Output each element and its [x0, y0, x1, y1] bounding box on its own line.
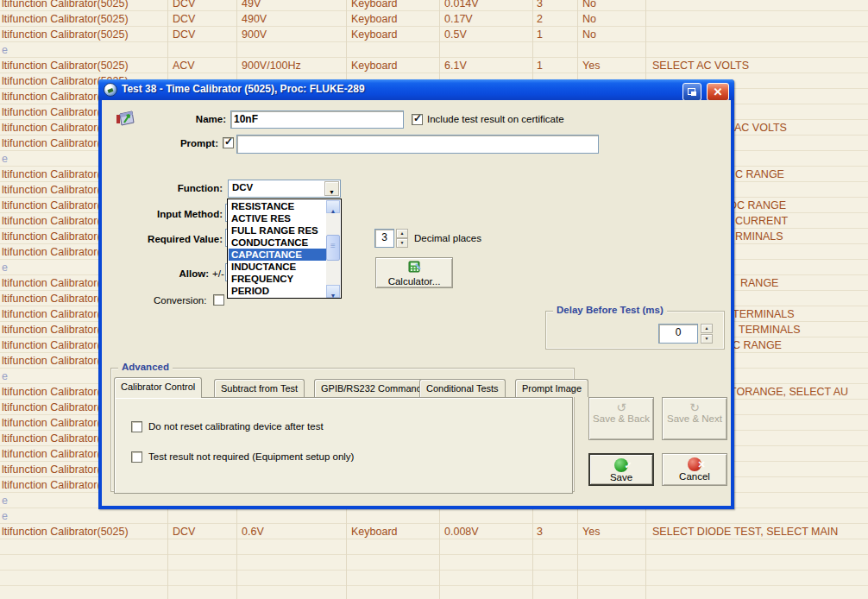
note-fragment: TERMINALS — [739, 322, 801, 337]
table-cell: 0.014V — [444, 0, 531, 11]
close-button[interactable]: ✕ — [707, 83, 729, 101]
note-fragment: C RANGE — [735, 167, 784, 182]
table-cell: 0.6V — [242, 524, 349, 539]
table-cell: 3 — [537, 524, 576, 539]
decimal-down-button[interactable]: ▼ — [396, 238, 408, 248]
arrow-up-icon: ▲ — [397, 230, 407, 237]
calculator-button[interactable]: Calculator... — [375, 257, 453, 288]
table-row[interactable]: ltifunction Calibrator(5025)DCV49VKeyboa… — [0, 0, 868, 11]
conversion-checkbox[interactable] — [213, 294, 224, 306]
tab-calibrator-control[interactable]: Calibrator Control — [114, 377, 202, 398]
dropdown-item-inductance[interactable]: INDUCTANCE — [229, 261, 327, 273]
prompt-label: Prompt: — [167, 138, 218, 148]
table-cell: No — [582, 11, 643, 27]
save-and-back-button[interactable]: ↺ Save & Back — [588, 397, 654, 440]
no-result-required-checkbox[interactable] — [131, 451, 142, 463]
note-fragment: TORANGE, SELECT AU — [730, 384, 848, 400]
function-dropdown-list[interactable]: RESISTANCEACTIVE RESFULL RANGE RESCONDUC… — [227, 199, 342, 299]
arrow-down-icon: ▼ — [701, 335, 712, 343]
allow-suffix: +/- — [212, 268, 224, 279]
delay-down-button[interactable]: ▼ — [701, 334, 713, 344]
save-and-next-button[interactable]: ↻ Save & Next — [662, 397, 727, 440]
test-item-icon — [115, 107, 137, 129]
table-cell: 0.008V — [444, 524, 531, 539]
table-row[interactable]: e — [0, 42, 868, 58]
check-icon: ✓ — [413, 112, 422, 124]
table-cell: ltifunction Calibrator(5025) — [2, 11, 167, 27]
tab-prompt-image[interactable]: Prompt Image — [515, 379, 588, 397]
cancel-button[interactable]: ✕ Cancel — [662, 453, 727, 486]
table-cell: ltifunction Calibrator(5025) — [2, 0, 167, 11]
dropdown-item-frequency[interactable]: FREQUENCY — [229, 273, 327, 285]
dialog-title: Test 38 - Time Calibrator (5025), Proc: … — [122, 83, 365, 95]
table-row[interactable]: ltifunction Calibrator(5025)ACV900V/100H… — [0, 58, 868, 73]
tab-gpib-rs232-commands[interactable]: GPIB/RS232 Commands — [314, 379, 433, 397]
delay-up-button[interactable]: ▲ — [701, 324, 713, 333]
note-fragment: RMINALS — [735, 229, 783, 244]
table-cell: Keyboard — [351, 524, 437, 539]
arrow-up-icon: ▲ — [330, 208, 337, 214]
dropdown-item-active-res[interactable]: ACTIVE RES — [229, 212, 327, 224]
save-button[interactable]: ✓ Save — [588, 453, 654, 486]
calculator-button-label: Calculator... — [376, 276, 452, 287]
table-cell: Yes — [582, 524, 643, 539]
group-separator-label: e — [2, 508, 8, 524]
dropdown-scrollbar[interactable]: ▲ ▼ — [326, 200, 340, 298]
arrow-down-icon: ▼ — [397, 239, 407, 247]
no-reset-checkbox[interactable] — [131, 421, 142, 432]
group-separator-label: e — [2, 260, 8, 275]
app-icon — [104, 83, 117, 97]
save-check-icon: ✓ — [614, 458, 628, 472]
dropdown-item-resistance[interactable]: RESISTANCE — [229, 200, 327, 212]
dropdown-item-capacitance[interactable]: CAPACITANCE — [229, 249, 327, 261]
dropdown-item-conductance[interactable]: CONDUCTANCE — [229, 236, 327, 249]
window-icon — [688, 88, 695, 95]
name-input[interactable]: 10nF — [230, 110, 404, 129]
table-cell: DCV — [173, 27, 235, 42]
table-cell: SELECT AC VOLTS — [652, 58, 868, 73]
scrollbar-thumb[interactable] — [326, 235, 340, 261]
table-cell: 1 — [537, 27, 576, 42]
arrow-back-icon: ↺ — [589, 401, 653, 413]
scroll-down-button[interactable]: ▼ — [326, 285, 340, 298]
tab-subtract-from-test[interactable]: Subtract from Test — [214, 379, 305, 397]
dropdown-item-period[interactable]: PERIOD — [229, 285, 327, 297]
table-row[interactable] — [0, 571, 868, 586]
check-icon: ✓ — [224, 136, 233, 148]
table-cell: Keyboard — [351, 27, 437, 42]
table-cell: 900V — [242, 27, 349, 42]
input-method-label: Input Method: — [133, 209, 223, 219]
table-row[interactable]: e — [0, 508, 868, 524]
table-row[interactable] — [0, 586, 868, 599]
function-combobox[interactable]: DCV ▼ — [228, 180, 341, 198]
function-value: DCV — [232, 182, 253, 192]
table-row[interactable]: ltifunction Calibrator(5025)DCV0.6VKeybo… — [0, 524, 868, 539]
table-cell: ltifunction Calibrator(5025) — [2, 524, 167, 539]
table-cell: 2 — [537, 11, 576, 27]
table-row[interactable]: ltifunction Calibrator(5025)DCV490VKeybo… — [0, 11, 868, 27]
dialog-titlebar[interactable]: Test 38 - Time Calibrator (5025), Proc: … — [98, 79, 734, 100]
tab-conditional-tests[interactable]: Conditional Tests — [419, 379, 506, 397]
window-helper-button[interactable] — [682, 83, 701, 101]
table-row[interactable] — [0, 555, 868, 571]
table-cell: SELECT DIODE TEST, SELECT MAIN — [652, 524, 868, 539]
chevron-down-icon[interactable]: ▼ — [324, 181, 339, 196]
dropdown-item-full-range-res[interactable]: FULL RANGE RES — [229, 224, 327, 236]
no-reset-label: Do not reset calibrating device after te… — [148, 421, 324, 432]
prompt-checkbox[interactable]: ✓ — [223, 137, 234, 148]
note-fragment: C RANGE — [733, 337, 782, 353]
prompt-input[interactable] — [236, 135, 599, 154]
decimal-up-button[interactable]: ▲ — [396, 229, 408, 238]
group-separator-label: e — [2, 369, 8, 384]
table-cell: DCV — [173, 0, 235, 11]
decimal-places-input[interactable]: 3 — [374, 229, 394, 248]
scroll-up-button[interactable]: ▲ — [326, 200, 340, 213]
table-row[interactable]: ltifunction Calibrator(5025)DCV900VKeybo… — [0, 27, 868, 42]
include-certificate-checkbox[interactable]: ✓ — [412, 114, 423, 125]
advanced-group: Advanced Calibrator ControlSubtract from… — [110, 368, 575, 492]
table-cell: 900V/100Hz — [242, 58, 349, 73]
table-cell: 0.17V — [444, 11, 531, 27]
conversion-label: Conversion: — [154, 295, 206, 306]
delay-input[interactable]: 0 — [658, 324, 698, 344]
table-row[interactable] — [0, 539, 868, 555]
